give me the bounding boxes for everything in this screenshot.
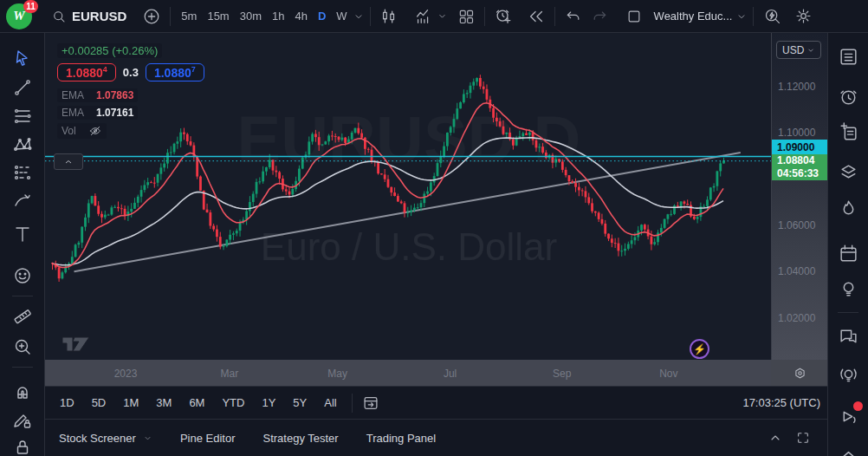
chart-legend: +0.00285 (+0.26%) 1.08804 0.3 1.08807 EM… [57, 43, 204, 142]
ema-slow-legend[interactable]: EMA 1.07161 [57, 106, 138, 120]
range-ytd[interactable]: YTD [216, 393, 250, 413]
bar-replay-button[interactable] [523, 3, 549, 29]
symbol-label: EURUSD [72, 9, 126, 23]
save-layout-checkbox[interactable] [621, 3, 647, 29]
tab-strategy-tester[interactable]: Strategy Tester [262, 432, 338, 445]
indicators-chevron-down-icon[interactable] [437, 10, 448, 22]
chats-icon[interactable] [837, 325, 860, 349]
tradingview-app: { "topbar": { "badge": "11", "symbol": "… [0, 0, 868, 456]
streams-icon[interactable] [837, 363, 860, 387]
range-6m[interactable]: 6M [183, 393, 211, 413]
layout-grid-button[interactable] [453, 3, 479, 29]
panel-collapse-chevron-up[interactable] [768, 431, 782, 445]
price-tick: 1.12000 [778, 81, 815, 93]
currency-selector[interactable]: USD [776, 41, 821, 59]
alert-button[interactable] [490, 3, 516, 29]
divider [370, 7, 371, 26]
price-axis[interactable]: USD 1.09000 1.08804 04:56:33 1.120001.10… [771, 33, 827, 360]
fib-retracement-tool[interactable] [10, 104, 35, 128]
measure-tool[interactable] [10, 304, 35, 329]
hotlists-icon[interactable] [837, 197, 860, 220]
go-to-date-button[interactable] [361, 394, 380, 413]
notification-badge: 11 [23, 0, 38, 13]
range-1y[interactable]: 1Y [256, 393, 282, 413]
trend-line-tool[interactable] [10, 75, 35, 100]
indicators-button[interactable] [411, 3, 437, 29]
bottom-range-toolbar: 1D 5D 1M 3M 6M YTD 1Y 5Y All 17:03:25 (U… [45, 386, 827, 419]
quick-search-button[interactable] [759, 3, 785, 29]
watchlist-icon[interactable] [837, 45, 860, 68]
range-3m[interactable]: 3M [150, 393, 178, 413]
session-clock[interactable]: 17:03:25 (UTC) [742, 396, 820, 409]
timeframe-4h[interactable]: 4h [289, 6, 312, 26]
tab-pine-editor[interactable]: Pine Editor [180, 432, 236, 445]
divider [484, 7, 485, 26]
price-tick: 1.02000 [778, 312, 815, 324]
time-axis[interactable]: 2023MarMayJulSepNov [45, 360, 771, 386]
timeframe-1w[interactable]: W [331, 6, 352, 26]
right-sidebar [827, 33, 868, 456]
cursor-tool[interactable] [10, 46, 35, 70]
range-5d[interactable]: 5D [86, 393, 113, 413]
range-1d[interactable]: 1D [54, 393, 81, 413]
calendar-icon[interactable] [837, 242, 860, 265]
ema-fast-value: 1.07863 [96, 89, 133, 101]
forecast-tool[interactable] [10, 160, 35, 185]
layout-name[interactable]: Wealthy Educ... [654, 10, 733, 23]
timeframe-5m[interactable]: 5m [176, 6, 202, 26]
redo-button[interactable] [586, 3, 612, 29]
timeframe-1h[interactable]: 1h [267, 6, 289, 26]
layout-chevron-down-icon[interactable] [735, 10, 748, 23]
time-tick: Sep [553, 368, 571, 380]
object-tree-icon[interactable] [837, 160, 860, 184]
range-all[interactable]: All [318, 393, 342, 413]
undo-button[interactable] [560, 3, 586, 29]
eye-hidden-icon[interactable] [88, 124, 102, 138]
price-tick: 1.10000 [778, 127, 815, 139]
shorts-icon[interactable] [837, 405, 860, 428]
divider [170, 7, 171, 26]
emoji-tool[interactable] [10, 264, 35, 288]
timeframe-chevron-down-icon[interactable] [353, 10, 365, 23]
hline-price-label: 1.09000 [772, 140, 828, 154]
timeframe-15m[interactable]: 15m [202, 6, 234, 26]
last-price-label: 1.08804 04:56:33 [772, 154, 828, 180]
symbol-search[interactable]: EURUSD [51, 9, 126, 24]
zoom-in-tool[interactable] [10, 335, 35, 359]
lock-all-tool[interactable] [10, 435, 35, 456]
timeframe-1d[interactable]: D [313, 6, 331, 26]
ideas-icon[interactable] [837, 277, 860, 301]
app-logo[interactable]: W 11 [6, 3, 32, 29]
panel-maximize-button[interactable] [796, 431, 810, 445]
candle-style-button[interactable] [376, 3, 402, 29]
drawing-mode-lock-tool[interactable] [10, 408, 35, 433]
news-icon[interactable] [837, 121, 860, 144]
axis-settings-corner[interactable] [771, 360, 827, 386]
xabcd-pattern-tool[interactable] [10, 133, 35, 157]
ask-price[interactable]: 1.08807 [146, 63, 204, 81]
brush-tool[interactable] [10, 188, 35, 212]
magnet-tool[interactable] [10, 380, 35, 404]
volume-legend[interactable]: Vol [57, 123, 107, 139]
shorts-notification-dot [853, 401, 863, 411]
search-icon [51, 9, 67, 24]
timeframe-30m[interactable]: 30m [235, 6, 267, 26]
chart-plot-area[interactable]: +0.00285 (+0.26%) 1.08804 0.3 1.08807 EM… [45, 33, 771, 360]
settings-gear-icon[interactable] [790, 3, 816, 29]
public-profile-icon[interactable] [837, 438, 860, 456]
tab-stock-screener[interactable]: Stock Screener [59, 432, 152, 445]
divider [753, 7, 754, 26]
scale-collapse-button[interactable] [54, 153, 83, 170]
alerts-icon[interactable] [837, 86, 860, 109]
add-symbol-button[interactable] [139, 3, 165, 29]
text-tool[interactable] [10, 222, 35, 246]
bid-price[interactable]: 1.08804 [57, 63, 116, 81]
tradingview-logo-watermark [61, 335, 92, 354]
tab-trading-panel[interactable]: Trading Panel [366, 432, 436, 445]
boost-badge[interactable]: ⚡ [690, 339, 709, 359]
range-1m[interactable]: 1M [117, 393, 145, 413]
range-5y[interactable]: 5Y [287, 393, 313, 413]
top-toolbar: W 11 EURUSD 5m 15m 30m 1h 4h D W [0, 0, 868, 33]
price-tick: 1.06000 [778, 219, 815, 231]
ema-fast-legend[interactable]: EMA 1.07863 [57, 88, 138, 102]
